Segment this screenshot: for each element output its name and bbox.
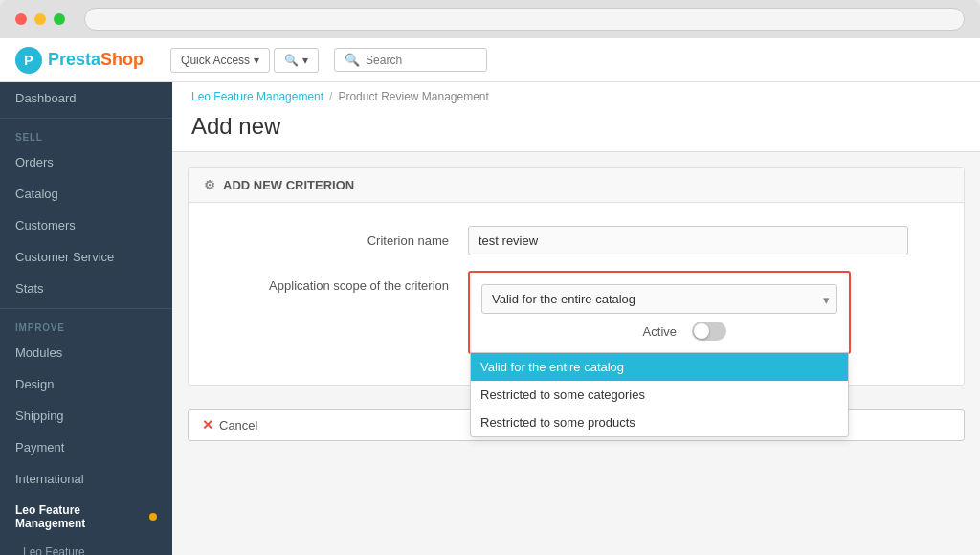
- sidebar-item-customers[interactable]: Customers: [0, 210, 172, 241]
- search-magnifier-icon: 🔍: [345, 53, 360, 67]
- sidebar: Dashboard SELL Orders Catalog Customers …: [0, 82, 172, 555]
- dropdown-row: Valid for the entire catalog Restricted …: [481, 284, 837, 314]
- chevron-down-icon: ▾: [254, 54, 259, 67]
- quick-access-label: Quick Access: [181, 54, 250, 67]
- application-scope-label: Application scope of the criterion: [219, 271, 468, 293]
- browser-dot-yellow[interactable]: [34, 13, 46, 25]
- sidebar-item-customer-service[interactable]: Customer Service: [0, 241, 172, 273]
- logo: P PrestaShop: [15, 47, 144, 74]
- breadcrumb-current: Product Review Management: [338, 90, 488, 103]
- application-scope-select[interactable]: Valid for the entire catalog Restricted …: [481, 284, 837, 314]
- badge-dot: [149, 513, 157, 521]
- form-section-title: ADD NEW CRITERION: [223, 178, 354, 192]
- quick-access-button[interactable]: Quick Access ▾: [170, 48, 270, 73]
- search-bar[interactable]: 🔍: [334, 48, 487, 72]
- select-wrapper[interactable]: Valid for the entire catalog Restricted …: [481, 284, 837, 314]
- dropdown-option-some-categories[interactable]: Restricted to some categories: [471, 381, 848, 409]
- dropdown-option-entire-catalog[interactable]: Valid for the entire catalog: [471, 353, 848, 381]
- sell-section-label: SELL: [0, 122, 172, 146]
- sidebar-item-modules[interactable]: Modules: [0, 337, 172, 368]
- content-area: Leo Feature Management / Product Review …: [172, 82, 980, 555]
- sidebar-item-catalog[interactable]: Catalog: [0, 178, 172, 210]
- top-bar: P PrestaShop Quick Access ▾ 🔍 ▾ 🔍: [0, 38, 980, 82]
- dropdown-container: Valid for the entire catalog Restricted …: [468, 271, 851, 354]
- search-dropdown-arrow: ▾: [302, 54, 308, 67]
- form-body: Criterion name Application scope of the …: [189, 203, 964, 385]
- browser-dot-green[interactable]: [54, 13, 65, 25]
- sidebar-item-dashboard[interactable]: Dashboard: [0, 82, 172, 114]
- app-container: P PrestaShop Quick Access ▾ 🔍 ▾ 🔍 Dashbo…: [0, 38, 980, 555]
- criterion-name-label: Criterion name: [219, 233, 468, 248]
- sidebar-item-international[interactable]: International: [0, 463, 172, 495]
- browser-dot-red[interactable]: [15, 13, 27, 25]
- breadcrumb-separator: /: [329, 90, 332, 103]
- active-row: Active: [481, 322, 837, 341]
- breadcrumb-area: Leo Feature Management / Product Review …: [172, 82, 980, 152]
- logo-icon: P: [15, 47, 42, 74]
- sidebar-item-leo-feature[interactable]: Leo Feature Management: [0, 495, 172, 539]
- form-section-header: ⚙ ADD NEW CRITERION: [189, 168, 964, 203]
- top-nav: Quick Access ▾ 🔍 ▾: [170, 48, 319, 73]
- search-input[interactable]: [366, 54, 461, 67]
- criterion-name-input[interactable]: [468, 226, 908, 255]
- sidebar-item-orders[interactable]: Orders: [0, 146, 172, 178]
- toggle-switch[interactable]: [692, 322, 726, 341]
- search-icon-button[interactable]: 🔍 ▾: [274, 48, 319, 73]
- address-bar[interactable]: [84, 8, 965, 31]
- page-title: Add new: [191, 107, 961, 151]
- logo-text: PrestaShop: [48, 50, 144, 70]
- active-label: Active: [481, 324, 692, 339]
- sidebar-sub-item-leo-config[interactable]: Leo Feature Configuration: [0, 539, 172, 555]
- sidebar-item-stats[interactable]: Stats: [0, 273, 172, 304]
- sidebar-item-payment[interactable]: Payment: [0, 432, 172, 463]
- improve-section-label: IMPROVE: [0, 313, 172, 337]
- gear-icon: ⚙: [204, 178, 215, 192]
- breadcrumb: Leo Feature Management / Product Review …: [191, 90, 961, 103]
- sidebar-item-shipping[interactable]: Shipping: [0, 400, 172, 432]
- criterion-name-row: Criterion name: [219, 226, 933, 255]
- sidebar-item-design[interactable]: Design: [0, 368, 172, 400]
- dropdown-menu: Valid for the entire catalog Restricted …: [470, 352, 849, 437]
- form-section: ⚙ ADD NEW CRITERION Criterion name: [188, 167, 965, 386]
- scope-active-group: Application scope of the criterion Valid…: [219, 271, 933, 362]
- cancel-label: Cancel: [219, 418, 257, 433]
- main-layout: Dashboard SELL Orders Catalog Customers …: [0, 82, 980, 555]
- breadcrumb-parent-link[interactable]: Leo Feature Management: [191, 90, 323, 103]
- x-icon: ✕: [202, 417, 213, 433]
- browser-chrome: [0, 0, 980, 38]
- toggle-knob: [694, 323, 709, 339]
- dropdown-option-some-products[interactable]: Restricted to some products: [471, 409, 848, 436]
- search-icon: 🔍: [284, 54, 299, 67]
